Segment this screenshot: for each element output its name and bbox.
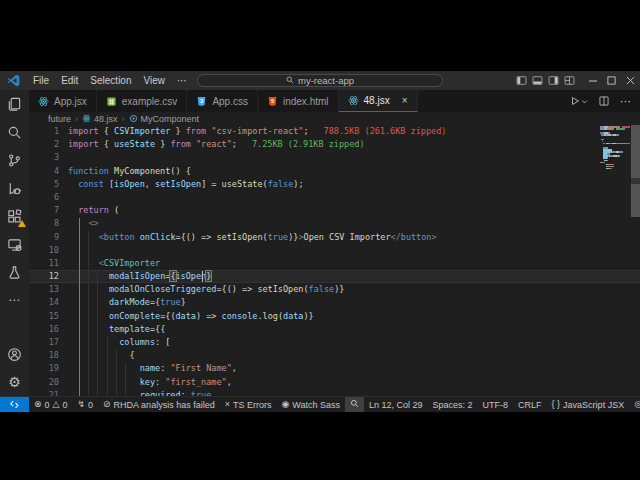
line-number: 11	[29, 257, 59, 270]
status-indentation[interactable]: Spaces: 2	[428, 397, 478, 412]
code-line-11: 11 <CSVImporter	[29, 257, 640, 270]
split-editor-button[interactable]	[599, 96, 609, 106]
code-line-7: 7 return (	[29, 204, 640, 217]
code-line-13: 13 modalOnCloseTriggered={() => setIsOpe…	[29, 283, 640, 296]
activity-source-control-source-control-icon[interactable]	[0, 146, 29, 174]
customize-layout-icon[interactable]	[561, 71, 577, 90]
activity-extensions-extensions-icon[interactable]	[0, 202, 29, 230]
status-search-tool[interactable]	[345, 397, 364, 412]
menu-more[interactable]: ⋯	[171, 75, 193, 86]
status-language-mode[interactable]: { }JavaScript JSX	[547, 397, 630, 412]
line-number: 7	[29, 204, 59, 217]
toggle-secondary-sidebar-icon[interactable]	[545, 71, 561, 90]
breadcrumb-item-mycomponent[interactable]: MyComponent	[129, 114, 200, 124]
breadcrumb-item-future[interactable]: future	[48, 114, 71, 124]
code-line-6: 6	[29, 191, 640, 204]
warning-icon: △	[53, 400, 60, 409]
remote-indicator[interactable]	[0, 397, 29, 412]
line-number: 19	[29, 362, 59, 375]
tab-app.jsx[interactable]: App.jsx	[29, 90, 97, 112]
code-line-2: 2import { useState } from "react";7.25KB…	[29, 138, 640, 151]
line-number: 20	[29, 376, 59, 389]
line-number: 4	[29, 165, 59, 178]
code-line-21: 21 required: true	[29, 389, 640, 396]
code-editor[interactable]: 1import { CSVImporter } from "csv-import…	[29, 125, 640, 396]
status-label: TS Errors	[233, 400, 272, 410]
error-icon: ⊗	[34, 400, 42, 409]
tab-label: 48.jsx	[364, 95, 390, 106]
status-label: 0	[62, 400, 67, 410]
close-button[interactable]	[621, 71, 640, 90]
code-line-17: 17 columns: [	[29, 336, 640, 349]
code-line-12: 12 modalIsOpen={isOpen}	[29, 270, 640, 283]
status-eol[interactable]: CRLF	[513, 397, 547, 412]
vscode-logo-icon	[7, 74, 20, 87]
search-icon	[286, 76, 294, 84]
line-number: 21	[29, 389, 59, 396]
tab-label: example.csv	[122, 96, 178, 107]
status-label: 0	[45, 400, 50, 410]
breadcrumb-item-48.jsx[interactable]: 48.jsx	[82, 114, 118, 124]
line-number: 12	[29, 270, 59, 283]
activity-run-and-debug-debug-icon[interactable]	[0, 174, 29, 202]
toggle-panel-icon[interactable]	[529, 71, 545, 90]
menu-edit[interactable]: Edit	[55, 75, 84, 86]
text-cursor	[202, 271, 203, 282]
code-line-18: 18 {	[29, 349, 640, 362]
status-label: CRLF	[518, 400, 542, 410]
more-actions-button[interactable]: ⋯	[620, 95, 632, 108]
tab-example.csv[interactable]: example.csv	[97, 90, 188, 112]
tab-label: index.html	[283, 96, 329, 107]
close-icon[interactable]: ×	[402, 96, 408, 106]
status-bar: ⊗0△0↯0⊘RHDA analysis has failed×TS Error…	[0, 396, 640, 412]
minimap[interactable]	[600, 126, 630, 170]
status-label: Spaces: 2	[433, 400, 473, 410]
indent-guide	[88, 231, 89, 396]
active-indent-guide	[79, 218, 80, 396]
tab-label: App.jsx	[54, 96, 87, 107]
status-encoding[interactable]: UTF-8	[478, 397, 514, 412]
activity-testing-beaker-icon[interactable]	[0, 258, 29, 286]
command-center-search[interactable]: my-react-app	[197, 74, 443, 87]
eye-icon: ◉	[281, 400, 289, 409]
run-button[interactable]	[570, 96, 588, 106]
minimize-button[interactable]	[583, 71, 602, 90]
activity-search-search-icon[interactable]	[0, 118, 29, 146]
status-ports[interactable]: ↯0	[73, 397, 99, 412]
activity-accounts-account-icon[interactable]	[0, 340, 29, 368]
toggle-sidebar-icon[interactable]	[513, 71, 529, 90]
menu-file[interactable]: File	[27, 75, 55, 86]
menu-bar: FileEditSelectionView⋯	[27, 75, 193, 86]
code-line-5: 5 const [isOpen, setIsOpen] = useState(f…	[29, 178, 640, 191]
status-go-live[interactable]: ◎Go Live	[629, 397, 640, 412]
line-number: 5	[29, 178, 59, 191]
title-bar: FileEditSelectionView⋯ ← → my-react-app	[0, 71, 640, 90]
code-line-20: 20 key: "first_name",	[29, 376, 640, 389]
chevron-right-icon: ›	[74, 114, 79, 124]
tab-bar: App.jsxexample.csv3App.css5index.html48.…	[29, 90, 640, 112]
vertical-scrollbar[interactable]	[631, 125, 640, 217]
restore-button[interactable]	[602, 71, 621, 90]
status-problems[interactable]: ⊗0△0	[29, 397, 73, 412]
code-line-1: 1import { CSVImporter } from "csv-import…	[29, 125, 640, 138]
tab-48.jsx[interactable]: 48.jsx×	[339, 90, 418, 112]
chevron-down-icon	[581, 98, 588, 105]
status-watch-sass[interactable]: ◉Watch Sass	[276, 397, 345, 412]
tab-index.html[interactable]: 5index.html	[258, 90, 339, 112]
search-text: my-react-app	[298, 75, 354, 86]
menu-view[interactable]: View	[138, 75, 172, 86]
activity-settings-gear-icon[interactable]: ⚙	[0, 368, 29, 396]
status-cursor-position[interactable]: Ln 12, Col 29	[364, 397, 428, 412]
status-rhda-status[interactable]: ⊘RHDA analysis has failed	[98, 397, 220, 412]
activity-more-views-ellipsis-icon[interactable]: ⋯	[0, 286, 29, 314]
status-label: RHDA analysis has failed	[114, 400, 215, 410]
code-line-3: 3	[29, 151, 640, 164]
code-line-14: 14 darkMode={true}	[29, 296, 640, 309]
activity-remote-explorer-remote-explorer-icon[interactable]	[0, 230, 29, 258]
line-number: 2	[29, 138, 59, 151]
activity-explorer-files-icon[interactable]	[0, 90, 29, 118]
tab-app.css[interactable]: 3App.css	[187, 90, 258, 112]
status-ts-errors[interactable]: ×TS Errors	[220, 397, 277, 412]
status-label: 0	[88, 400, 93, 410]
menu-selection[interactable]: Selection	[84, 75, 137, 86]
